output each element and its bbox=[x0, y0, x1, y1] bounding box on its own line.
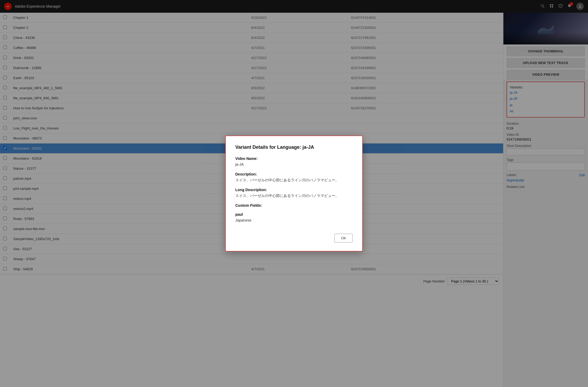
modal-long-desc-label: Long Description: bbox=[235, 188, 353, 192]
modal-paul-field: paul Japanese bbox=[235, 212, 353, 223]
modal-long-desc-value: スイス、バーゼルの中心部にあるライン川のパノラマビュー。 bbox=[235, 193, 353, 199]
modal-paul-label: paul bbox=[235, 212, 353, 217]
modal-video-name-value: ja-JA bbox=[235, 162, 353, 167]
modal-footer: OK bbox=[235, 230, 353, 242]
modal-long-desc-field: Long Description: スイス、バーゼルの中心部にあるライン川のパノ… bbox=[235, 188, 353, 199]
modal-title: Variant Details for Language: ja-JA bbox=[235, 145, 353, 150]
modal-custom-fields-field: Custom Fields: bbox=[235, 203, 353, 208]
modal-custom-fields-label: Custom Fields: bbox=[235, 203, 353, 208]
modal-description-label: Description: bbox=[235, 172, 353, 176]
modal-description-field: Description: スイス、バーゼルの中心部にあるライン川のパノラマビュー… bbox=[235, 172, 353, 183]
modal-ok-button[interactable]: OK bbox=[334, 234, 353, 242]
modal-overlay[interactable]: Variant Details for Language: ja-JA Vide… bbox=[0, 0, 588, 387]
modal-description-value: スイス、バーゼルの中心部にあるライン川のパノラマビュー。 bbox=[235, 177, 353, 183]
modal-video-name-label: Video Name: bbox=[235, 156, 353, 161]
modal-paul-value: Japanese bbox=[235, 218, 353, 223]
modal-video-name-field: Video Name: ja-JA bbox=[235, 156, 353, 167]
modal-dialog: Variant Details for Language: ja-JA Vide… bbox=[225, 136, 363, 251]
